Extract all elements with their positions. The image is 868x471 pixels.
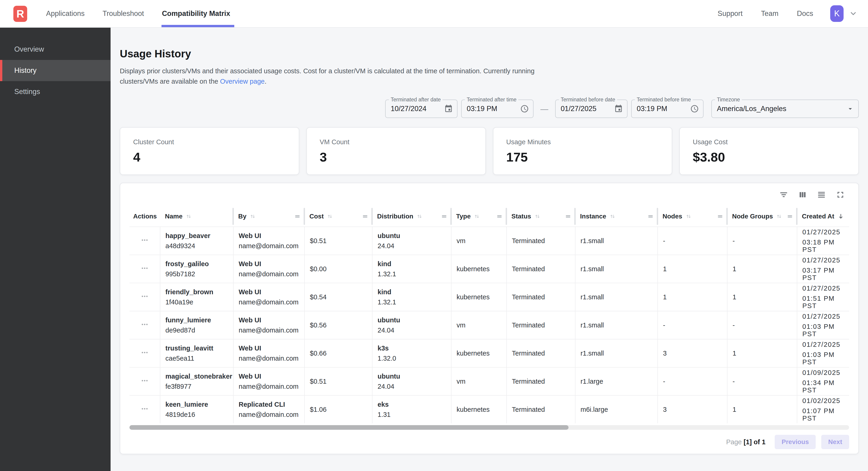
more-horizontal-icon [140, 236, 149, 246]
cell-created-at: 01/02/202501:07 PM PST [797, 396, 849, 423]
column-header-actions[interactable]: Actions [129, 206, 160, 227]
row-actions-button[interactable] [129, 367, 160, 395]
column-header-type[interactable]: Type [451, 206, 506, 227]
column-header-status[interactable]: Status [506, 206, 575, 227]
column-header-label: Cost [309, 213, 324, 220]
email-link[interactable]: name@domain.com [239, 326, 304, 334]
column-menu-icon[interactable] [647, 213, 654, 219]
column-menu-icon[interactable] [717, 213, 723, 219]
email-link[interactable]: name@domain.com [239, 355, 304, 362]
stat-value: 4 [133, 150, 299, 165]
terminated-before-date-field[interactable]: Terminated before date 01/27/2025 [555, 99, 627, 118]
cell-distribution: k3s1.32.0 [372, 340, 451, 367]
tab-troubleshoot[interactable]: Troubleshoot [102, 0, 144, 27]
next-page-button[interactable]: Next [821, 435, 849, 449]
column-header-distribution[interactable]: Distribution [372, 206, 451, 227]
usage-history-table-card: ActionsNameByCostDistributionTypeStatusI… [120, 183, 859, 454]
cell-created-at: 01/27/202501:03 PM PST [797, 311, 849, 339]
terminated-after-time-field[interactable]: Terminated after time 03:19 PM [461, 99, 533, 118]
cell-status: Terminated [506, 396, 575, 423]
main-tabs: ApplicationsTroubleshootCompatibility Ma… [46, 0, 230, 27]
row-actions-button[interactable] [129, 255, 160, 283]
row-actions-button[interactable] [129, 283, 160, 311]
column-menu-icon[interactable] [362, 213, 368, 219]
table-row: funny_lumierede9ed87d Web UIname@domain.… [129, 311, 849, 339]
fullscreen-icon[interactable] [836, 190, 844, 199]
scrollbar-thumb[interactable] [129, 425, 568, 430]
stat-label: VM Count [320, 138, 485, 146]
density-icon[interactable] [817, 190, 826, 199]
replicated-logo[interactable]: R [13, 6, 27, 22]
cell-name: frosty_galileo995b7182 [160, 255, 233, 283]
user-avatar[interactable]: K [830, 5, 844, 22]
filter-icon[interactable] [779, 190, 788, 199]
cell-cost: $0.51 [304, 227, 372, 255]
sidebar-item-settings[interactable]: Settings [0, 81, 111, 102]
previous-page-button[interactable]: Previous [775, 435, 816, 449]
sidebar: Overview History Settings [0, 28, 111, 471]
column-menu-icon[interactable] [565, 213, 571, 219]
cell-instance: r1.small [575, 283, 657, 311]
email-link[interactable]: name@domain.com [239, 383, 304, 390]
sidebar-item-history[interactable]: History [0, 60, 111, 81]
dropdown-arrow-icon[interactable] [846, 105, 854, 113]
field-label: Terminated before time [635, 96, 693, 103]
column-header-name[interactable]: Name [160, 206, 233, 227]
top-nav: R ApplicationsTroubleshootCompatibility … [0, 0, 868, 28]
sort-desc-icon [837, 213, 844, 220]
column-header-instance[interactable]: Instance [575, 206, 657, 227]
horizontal-scrollbar[interactable] [129, 425, 849, 430]
nav-link-docs[interactable]: Docs [797, 9, 813, 18]
chevron-down-icon[interactable] [849, 9, 858, 18]
terminated-after-date-field[interactable]: Terminated after date 10/27/2024 [385, 99, 458, 118]
email-link[interactable]: name@domain.com [239, 270, 304, 278]
column-header-node-groups[interactable]: Node Groups [727, 206, 797, 227]
more-horizontal-icon [140, 320, 149, 330]
calendar-icon[interactable] [614, 105, 623, 113]
cell-cost: $0.00 [304, 255, 372, 283]
row-actions-button[interactable] [129, 227, 160, 255]
tab-applications[interactable]: Applications [46, 0, 85, 27]
email-link[interactable]: name@domain.com [239, 298, 304, 306]
page-title: Usage History [120, 48, 859, 60]
column-header-created-at[interactable]: Created At [797, 206, 849, 227]
more-horizontal-icon [140, 264, 149, 274]
sidebar-item-overview[interactable]: Overview [0, 39, 111, 60]
column-header-cost[interactable]: Cost [304, 206, 372, 227]
column-menu-icon[interactable] [787, 213, 793, 219]
column-menu-icon[interactable] [441, 213, 447, 219]
page-description: Displays prior clusters/VMs and their as… [120, 66, 557, 87]
email-link[interactable]: name@domain.com [239, 242, 304, 249]
field-label: Terminated after date [389, 96, 442, 103]
calendar-icon[interactable] [444, 105, 453, 113]
email-link[interactable]: name@domain.com [239, 411, 304, 418]
column-menu-icon[interactable] [496, 213, 503, 219]
tab-label: Troubleshoot [102, 9, 144, 18]
nav-link-support[interactable]: Support [718, 9, 743, 18]
overview-page-link[interactable]: Overview page [220, 78, 265, 85]
field-label: Timezone [715, 96, 742, 103]
row-actions-button[interactable] [129, 311, 160, 339]
terminated-before-time-field[interactable]: Terminated before time 03:19 PM [631, 99, 704, 118]
table-header-row: ActionsNameByCostDistributionTypeStatusI… [129, 206, 849, 227]
nav-links: SupportTeamDocs [718, 9, 813, 18]
tab-compatibility-matrix[interactable]: Compatibility Matrix [162, 0, 230, 27]
column-header-nodes[interactable]: Nodes [657, 206, 727, 227]
nav-link-team[interactable]: Team [761, 9, 779, 18]
columns-icon[interactable] [799, 190, 807, 199]
column-header-label: Name [165, 213, 182, 220]
timezone-select[interactable]: Timezone America/Los_Angeles [711, 99, 859, 118]
column-menu-icon[interactable] [294, 213, 301, 219]
table-row: happy_beavera48d9324 Web UIname@domain.c… [129, 227, 849, 255]
cell-node-groups: - [727, 311, 797, 339]
column-header-by[interactable]: By [233, 206, 304, 227]
cell-instance: r1.small [575, 227, 657, 255]
clock-icon[interactable] [690, 105, 699, 113]
cell-status: Terminated [506, 311, 575, 339]
active-accent-bar [0, 60, 2, 81]
row-actions-button[interactable] [129, 340, 160, 367]
cell-node-groups: 1 [727, 340, 797, 367]
row-actions-button[interactable] [129, 396, 160, 423]
clock-icon[interactable] [520, 105, 529, 113]
filters-row: Terminated after date 10/27/2024 Termina… [120, 99, 859, 118]
